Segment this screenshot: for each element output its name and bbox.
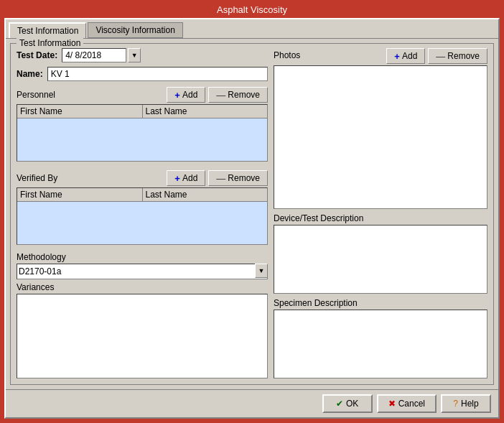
specimen-description-section: Specimen Description — [274, 298, 487, 378]
plus-icon-3: + — [394, 51, 400, 62]
title-bar: Asphalt Viscosity — [0, 0, 504, 18]
variances-section: Variances — [17, 282, 268, 378]
photos-section: Photos + Add — Remove — [274, 48, 487, 209]
tab-content: Test Information Test Date: ▼ — [6, 38, 498, 389]
ok-button[interactable]: ✔ OK — [322, 394, 373, 413]
personnel-firstname-header: First Name — [17, 105, 143, 118]
footer-bar: ✔ OK ✖ Cancel ? Help — [6, 389, 498, 417]
device-description-label: Device/Test Description — [274, 213, 487, 223]
ok-icon: ✔ — [336, 399, 343, 409]
verified-by-add-button[interactable]: + Add — [167, 170, 205, 186]
specimen-description-textarea[interactable] — [274, 310, 487, 378]
personnel-list-header: First Name Last Name — [17, 105, 267, 118]
variances-textarea[interactable] — [17, 294, 268, 378]
personnel-list-body — [17, 118, 267, 161]
verified-by-header: Verified By + Add — Remove — [17, 170, 268, 186]
verified-by-section: Verified By + Add — Remove — [17, 169, 268, 245]
minus-icon-2: — — [216, 173, 225, 184]
device-description-section: Device/Test Description — [274, 213, 487, 294]
personnel-list[interactable]: First Name Last Name — [17, 104, 268, 162]
personnel-label: Personnel — [17, 90, 55, 100]
methodology-dropdown-wrapper: D2170-01a D2171 T202 ▼ — [17, 264, 268, 279]
help-label: Help — [461, 399, 479, 409]
photos-header: Photos + Add — Remove — [274, 48, 487, 64]
photos-buttons: + Add — Remove — [386, 48, 487, 64]
name-input[interactable] — [47, 67, 268, 81]
help-icon: ? — [453, 399, 458, 409]
minus-icon-3: — — [436, 51, 445, 62]
name-label: Name: — [17, 69, 43, 79]
plus-icon-2: + — [174, 173, 180, 184]
variances-label: Variances — [17, 282, 268, 292]
personnel-section: Personnel + Add — Remove — [17, 85, 268, 162]
specimen-description-label: Specimen Description — [274, 298, 487, 308]
device-description-textarea[interactable] — [274, 225, 487, 294]
verified-lastname-header: Last Name — [143, 188, 268, 201]
plus-icon: + — [174, 90, 180, 101]
photos-box — [274, 65, 487, 209]
cancel-icon: ✖ — [388, 399, 396, 409]
verified-by-label: Verified By — [17, 173, 57, 183]
cancel-label: Cancel — [398, 399, 425, 409]
verified-by-list-body — [17, 202, 267, 244]
methodology-select[interactable]: D2170-01a D2171 T202 — [17, 264, 268, 279]
personnel-lastname-header: Last Name — [143, 105, 268, 118]
window-title: Asphalt Viscosity — [217, 4, 287, 15]
right-panel: Photos + Add — Remove — [274, 48, 487, 378]
personnel-remove-button[interactable]: — Remove — [208, 87, 268, 103]
verified-by-list[interactable]: First Name Last Name — [17, 187, 268, 245]
personnel-header: Personnel + Add — Remove — [17, 87, 268, 103]
test-date-row: Test Date: ▼ — [17, 48, 268, 62]
date-dropdown-button[interactable]: ▼ — [128, 48, 141, 62]
verified-firstname-header: First Name — [17, 188, 143, 201]
verified-by-list-header: First Name Last Name — [17, 188, 267, 202]
help-button[interactable]: ? Help — [441, 394, 491, 413]
tab-bar: Test Information Viscosity Information — [6, 19, 498, 38]
name-row: Name: — [17, 67, 268, 81]
left-panel: Test Date: ▼ Name: — [17, 48, 268, 378]
dropdown-arrow-icon: ▼ — [131, 52, 138, 59]
personnel-buttons: + Add — Remove — [167, 87, 268, 103]
test-information-group: Test Information Test Date: ▼ — [10, 43, 494, 385]
test-date-input[interactable] — [62, 48, 126, 62]
cancel-button[interactable]: ✖ Cancel — [377, 394, 437, 413]
group-box-label: Test Information — [17, 38, 83, 48]
photos-label: Photos — [274, 50, 300, 60]
ok-label: OK — [346, 399, 358, 409]
methodology-row: Methodology D2170-01a D2171 T202 ▼ — [17, 252, 268, 279]
tab-test-information[interactable]: Test Information — [9, 22, 86, 38]
test-date-label: Test Date: — [17, 50, 57, 60]
tab-viscosity-information[interactable]: Viscosity Information — [88, 22, 183, 38]
methodology-label: Methodology — [17, 252, 268, 262]
minus-icon: — — [216, 90, 225, 101]
verified-by-remove-button[interactable]: — Remove — [208, 170, 268, 186]
photos-add-button[interactable]: + Add — [386, 48, 425, 64]
photos-remove-button[interactable]: — Remove — [428, 48, 487, 64]
personnel-add-button[interactable]: + Add — [167, 87, 205, 103]
verified-by-buttons: + Add — Remove — [167, 170, 268, 186]
